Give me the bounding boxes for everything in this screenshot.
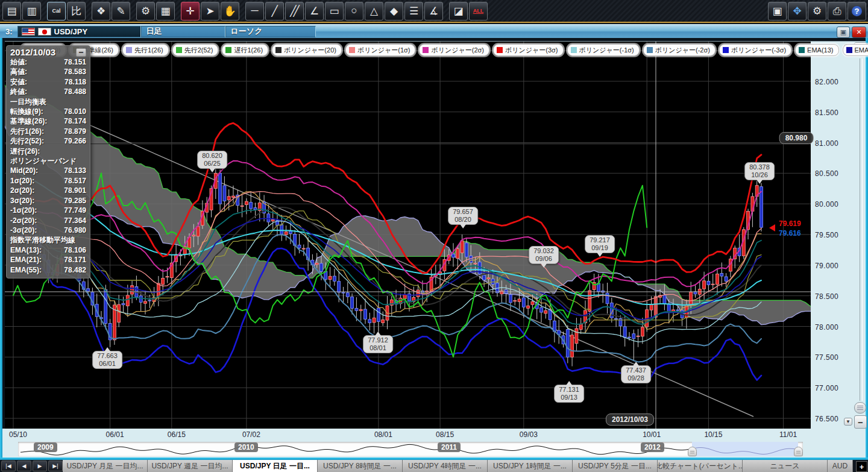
legend-chip-ボリンジャー(1σ)[interactable]: ボリンジャー(1σ) [345,44,416,56]
legend-chip-ボリンジャー(-1σ)[interactable]: ボリンジャー(-1σ) [567,44,640,56]
chart-plot-area[interactable]: 転換線(9)基準線(26)先行1(26)先行2(52)遅行1(26)ボリンジャー… [5,41,811,429]
tab-nav-last-button[interactable]: ▶| [48,461,63,471]
fibonacci-tool-icon[interactable]: ☰ [404,2,423,20]
triangle-tool-icon[interactable]: △ [365,2,383,20]
compare-icon[interactable]: 比 [67,2,86,20]
chart-tab-ニュース[interactable]: ニュース [743,460,828,472]
chart-settings-icon[interactable]: ⚙ [136,2,155,20]
chart-tab-USD/JPY 月足 一目均...[interactable]: USD/JPY 月足 一目均... [63,460,148,472]
cascade-windows-icon[interactable]: ▣ [768,2,787,20]
chart-tab-USD/JPY 週足 一目均...[interactable]: USD/JPY 週足 一目均... [148,460,233,472]
report-add-icon[interactable]: ▥ [22,2,41,20]
chart-style-label: ローソク [231,26,263,37]
panel-row: EMA(55):78.482 [10,265,86,275]
scroll-down-button[interactable]: ▼ [844,418,852,426]
expand-window-icon[interactable]: ✥ [788,2,807,20]
legend-chip-ボリンジャー(-2σ)[interactable]: ボリンジャー(-2σ) [643,44,715,56]
legend-chip-ボリンジャー(-3σ)[interactable]: ボリンジャー(-3σ) [719,44,791,56]
timeline-selection-right-handle[interactable] [794,447,803,456]
chart-tab-比較チャート(パーセント...[interactable]: 比較チャート(パーセント... [658,460,743,472]
ray-tool-icon[interactable]: ∠ [305,2,324,20]
crosshair-tool-icon[interactable]: ✛ [181,2,200,20]
chart-tab-USD/JPY 4時間足 一...[interactable]: USD/JPY 4時間足 一... [403,460,488,472]
pointer-tool-icon[interactable]: ➤ [201,2,219,20]
chart-tab-USD/JPY 1時間足 一...[interactable]: USD/JPY 1時間足 一... [488,460,573,472]
calendar-icon[interactable]: Cal [47,2,66,20]
erase-all-icon[interactable]: ALL [469,2,488,20]
parallel-lines-tool-icon[interactable]: ╱╱ [285,2,304,20]
period-selector[interactable]: 日足 [141,26,225,37]
add-chart-tab-button[interactable]: + [856,461,867,472]
rectangle-tool-icon[interactable]: ▭ [325,2,344,20]
application-window: ▤▥Cal比❖✎⚙▦✛➤✋─╱╱╱∠▭○△◆☰∡◪ALL ▣✥⚙⎙? 3: US… [0,0,868,472]
chart-tab-USD/JPY 5分足 一目...[interactable]: USD/JPY 5分足 一目... [573,460,658,472]
fan-tool-icon[interactable]: ∡ [424,2,443,20]
legend-color-swatch [126,47,132,53]
zoom-out-button[interactable]: − [854,415,867,429]
legend-chip-先行1(26)[interactable]: 先行1(26) [122,44,169,56]
print-icon[interactable]: ⎙ [828,2,846,20]
chart-window-titlebar[interactable]: 3: USD/JPY 日足 ローソク ▣ ✕ [0,24,868,38]
tab-nav-next-button[interactable]: ▶ [33,461,47,471]
window-index-label: 3: [5,27,13,36]
legend-chip-ボリンジャー(2σ)[interactable]: ボリンジャー(2σ) [419,44,489,56]
trendline-tool-icon[interactable]: ╱ [265,2,284,20]
chart-tab-AUD[interactable]: AUD [828,460,853,472]
report-icon[interactable]: ▤ [2,2,21,20]
legend-label: ボリンジャー(-2σ) [655,46,710,55]
date-tick-label: 09/03 [520,430,538,439]
panel-row: 始値:78.151 [10,57,86,67]
panel-row: -2σ(20):77.364 [10,216,86,225]
tab-nav-first-button[interactable]: |◀ [1,461,16,471]
settings-icon[interactable]: ⚙ [808,2,826,20]
date-tick-label: 08/15 [436,430,454,439]
chart-tab-USD/JPY 8時間足 一...[interactable]: USD/JPY 8時間足 一... [318,460,403,472]
price-tick-label: 80.500 [815,169,838,178]
currency-pair-label: USD/JPY [54,27,88,36]
close-window-button[interactable]: ✕ [852,27,866,38]
vertical-scrollbar-thumb[interactable] [854,402,866,414]
eraser-icon[interactable]: ◪ [449,2,468,20]
price-tick-label: 80.000 [815,200,838,209]
legend-chip-EMA(21)[interactable]: EMA(21) [843,44,868,56]
legend-chip-ボリンジャー(20)[interactable]: ボリンジャー(20) [272,44,342,56]
legend-chip-ボリンジャー(3σ)[interactable]: ボリンジャー(3σ) [493,44,564,56]
help-icon[interactable]: ? [848,2,866,20]
currency-pair-selector[interactable]: USD/JPY [17,26,141,37]
vertical-scrollbar-track[interactable] [860,58,863,401]
panel-row: -3σ(20):76.980 [10,225,86,235]
timeline-selection-left-handle[interactable] [688,447,697,456]
legend-chip-EMA(13)[interactable]: EMA(13) [795,44,838,56]
main-toolbar: ▤▥Cal比❖✎⚙▦✛➤✋─╱╱╱∠▭○△◆☰∡◪ALL ▣✥⚙⎙? [0,0,868,23]
timeline-overview: 2009201020112012 [2,441,866,458]
price-axis[interactable]: 82.50082.00081.50081.00080.50080.00079.5… [811,41,866,429]
panel-row: EMA(21):78.171 [10,255,86,265]
price-tick-label: 76.500 [815,415,838,423]
technical-chart-icon[interactable]: ❖ [92,2,110,20]
legend-chip-遅行1(26)[interactable]: 遅行1(26) [222,44,268,56]
panel-row: 終値:78.488 [10,87,86,96]
price-tick-label: 81.000 [815,139,838,148]
legend-label: ボリンジャー(-1σ) [579,46,634,55]
legend-chip-先行2(52)[interactable]: 先行2(52) [172,44,219,56]
main-toolbar-right: ▣✥⚙⎙? [767,1,867,21]
tab-nav-prev-button[interactable]: ◀ [17,461,31,471]
horizontal-line-tool-icon[interactable]: ─ [245,2,264,20]
chart-style-selector[interactable]: ローソク [225,26,316,37]
hand-tool-icon[interactable]: ✋ [221,2,239,20]
chart-tab-USD/JPY 日足 一目...[interactable]: USD/JPY 日足 一目... [233,460,318,472]
save-chart-icon[interactable]: ▦ [156,2,175,20]
ohlc-data-panel: 2012/10/03 ▬ 始値:78.151高値:78.583安値:78.118… [6,45,90,278]
draw-chart-icon[interactable]: ✎ [112,2,130,20]
price-tick-label: 78.000 [815,323,838,332]
legend-color-swatch [176,47,182,53]
main-toolbar-left: ▤▥Cal比❖✎⚙▦✛➤✋─╱╱╱∠▭○△◆☰∡◪ALL [2,1,488,21]
ellipse-tool-icon[interactable]: ○ [345,2,363,20]
year-badge: 2012 [641,442,664,452]
restore-window-button[interactable]: ▣ [837,27,850,38]
panel-collapse-button[interactable]: ▬ [76,48,86,57]
date-tick-label: 10/15 [704,430,722,439]
timeline-strip[interactable]: 2009201020112012 [18,442,803,456]
polygon-tool-icon[interactable]: ◆ [385,2,403,20]
price-tick-label: 77.000 [815,384,838,392]
